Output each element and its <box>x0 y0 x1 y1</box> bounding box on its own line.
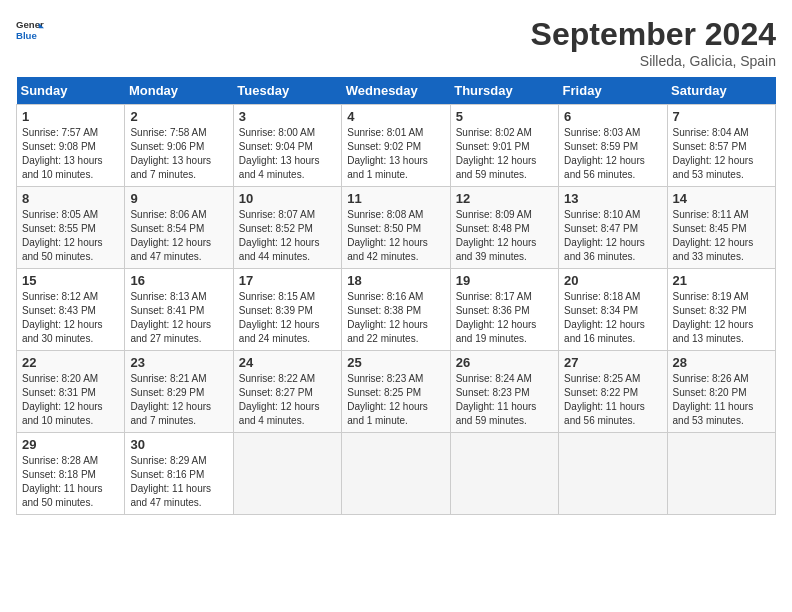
day-cell: 4Sunrise: 8:01 AMSunset: 9:02 PMDaylight… <box>342 105 450 187</box>
day-info-line: Daylight: 11 hours <box>22 482 119 496</box>
day-cell: 18Sunrise: 8:16 AMSunset: 8:38 PMDayligh… <box>342 269 450 351</box>
day-info-line: and 33 minutes. <box>673 250 770 264</box>
day-info: Sunrise: 8:16 AMSunset: 8:38 PMDaylight:… <box>347 290 444 346</box>
day-info-line: Daylight: 12 hours <box>22 236 119 250</box>
day-info: Sunrise: 8:05 AMSunset: 8:55 PMDaylight:… <box>22 208 119 264</box>
day-cell <box>342 433 450 515</box>
day-number: 21 <box>673 273 770 288</box>
day-info-line: Daylight: 12 hours <box>347 400 444 414</box>
day-info-line: Daylight: 12 hours <box>456 154 553 168</box>
day-info-line: Sunrise: 8:22 AM <box>239 372 336 386</box>
day-number: 19 <box>456 273 553 288</box>
day-info-line: Sunset: 8:52 PM <box>239 222 336 236</box>
day-cell: 26Sunrise: 8:24 AMSunset: 8:23 PMDayligh… <box>450 351 558 433</box>
day-cell <box>450 433 558 515</box>
day-info-line: Sunset: 8:18 PM <box>22 468 119 482</box>
day-number: 2 <box>130 109 227 124</box>
day-cell: 12Sunrise: 8:09 AMSunset: 8:48 PMDayligh… <box>450 187 558 269</box>
day-info-line: Daylight: 12 hours <box>239 318 336 332</box>
day-info-line: Daylight: 13 hours <box>347 154 444 168</box>
logo: General Blue <box>16 16 44 44</box>
week-row-1: 1Sunrise: 7:57 AMSunset: 9:08 PMDaylight… <box>17 105 776 187</box>
day-info-line: Sunrise: 8:16 AM <box>347 290 444 304</box>
day-cell <box>667 433 775 515</box>
day-info-line: Sunset: 8:20 PM <box>673 386 770 400</box>
day-cell: 25Sunrise: 8:23 AMSunset: 8:25 PMDayligh… <box>342 351 450 433</box>
day-info-line: and 47 minutes. <box>130 250 227 264</box>
week-row-3: 15Sunrise: 8:12 AMSunset: 8:43 PMDayligh… <box>17 269 776 351</box>
day-info-line: Daylight: 12 hours <box>456 236 553 250</box>
day-number: 14 <box>673 191 770 206</box>
day-info: Sunrise: 8:08 AMSunset: 8:50 PMDaylight:… <box>347 208 444 264</box>
day-cell: 28Sunrise: 8:26 AMSunset: 8:20 PMDayligh… <box>667 351 775 433</box>
col-header-sunday: Sunday <box>17 77 125 105</box>
day-cell: 10Sunrise: 8:07 AMSunset: 8:52 PMDayligh… <box>233 187 341 269</box>
day-info-line: Sunset: 8:45 PM <box>673 222 770 236</box>
day-info-line: Sunset: 9:04 PM <box>239 140 336 154</box>
day-info-line: and 13 minutes. <box>673 332 770 346</box>
day-info-line: Sunrise: 8:15 AM <box>239 290 336 304</box>
day-info: Sunrise: 8:07 AMSunset: 8:52 PMDaylight:… <box>239 208 336 264</box>
day-info-line: and 50 minutes. <box>22 496 119 510</box>
day-info-line: Sunrise: 8:01 AM <box>347 126 444 140</box>
day-info-line: and 1 minute. <box>347 414 444 428</box>
day-info-line: Daylight: 12 hours <box>564 236 661 250</box>
day-cell: 14Sunrise: 8:11 AMSunset: 8:45 PMDayligh… <box>667 187 775 269</box>
day-info: Sunrise: 8:10 AMSunset: 8:47 PMDaylight:… <box>564 208 661 264</box>
day-cell <box>233 433 341 515</box>
day-info-line: Sunset: 8:31 PM <box>22 386 119 400</box>
day-info-line: Sunset: 8:32 PM <box>673 304 770 318</box>
day-info-line: Sunset: 8:38 PM <box>347 304 444 318</box>
day-info: Sunrise: 8:24 AMSunset: 8:23 PMDaylight:… <box>456 372 553 428</box>
day-info-line: and 50 minutes. <box>22 250 119 264</box>
day-info: Sunrise: 8:00 AMSunset: 9:04 PMDaylight:… <box>239 126 336 182</box>
day-info-line: Sunrise: 8:02 AM <box>456 126 553 140</box>
day-info: Sunrise: 8:17 AMSunset: 8:36 PMDaylight:… <box>456 290 553 346</box>
day-number: 1 <box>22 109 119 124</box>
day-info-line: Sunrise: 8:00 AM <box>239 126 336 140</box>
day-info-line: Daylight: 13 hours <box>130 154 227 168</box>
day-number: 18 <box>347 273 444 288</box>
day-info-line: Daylight: 12 hours <box>22 400 119 414</box>
day-info: Sunrise: 8:21 AMSunset: 8:29 PMDaylight:… <box>130 372 227 428</box>
day-number: 29 <box>22 437 119 452</box>
day-info-line: Sunrise: 8:13 AM <box>130 290 227 304</box>
day-info-line: and 7 minutes. <box>130 414 227 428</box>
day-info-line: Sunset: 8:48 PM <box>456 222 553 236</box>
day-info-line: and 53 minutes. <box>673 168 770 182</box>
day-cell: 9Sunrise: 8:06 AMSunset: 8:54 PMDaylight… <box>125 187 233 269</box>
day-info-line: and 4 minutes. <box>239 168 336 182</box>
day-number: 23 <box>130 355 227 370</box>
day-info-line: Daylight: 11 hours <box>130 482 227 496</box>
day-info-line: Sunrise: 8:20 AM <box>22 372 119 386</box>
day-info-line: Sunrise: 8:21 AM <box>130 372 227 386</box>
day-info-line: Sunrise: 8:11 AM <box>673 208 770 222</box>
day-info-line: and 47 minutes. <box>130 496 227 510</box>
day-info-line: Sunrise: 8:12 AM <box>22 290 119 304</box>
day-info-line: Sunrise: 8:05 AM <box>22 208 119 222</box>
day-info: Sunrise: 8:04 AMSunset: 8:57 PMDaylight:… <box>673 126 770 182</box>
day-info: Sunrise: 8:28 AMSunset: 8:18 PMDaylight:… <box>22 454 119 510</box>
day-info-line: Sunset: 8:16 PM <box>130 468 227 482</box>
day-cell: 17Sunrise: 8:15 AMSunset: 8:39 PMDayligh… <box>233 269 341 351</box>
day-info-line: Sunset: 8:25 PM <box>347 386 444 400</box>
day-number: 27 <box>564 355 661 370</box>
day-info-line: Sunset: 8:55 PM <box>22 222 119 236</box>
day-info-line: Sunset: 8:41 PM <box>130 304 227 318</box>
day-cell: 1Sunrise: 7:57 AMSunset: 9:08 PMDaylight… <box>17 105 125 187</box>
day-cell: 2Sunrise: 7:58 AMSunset: 9:06 PMDaylight… <box>125 105 233 187</box>
calendar-table: SundayMondayTuesdayWednesdayThursdayFrid… <box>16 77 776 515</box>
day-cell: 27Sunrise: 8:25 AMSunset: 8:22 PMDayligh… <box>559 351 667 433</box>
day-info: Sunrise: 8:09 AMSunset: 8:48 PMDaylight:… <box>456 208 553 264</box>
day-info-line: and 24 minutes. <box>239 332 336 346</box>
day-info-line: and 7 minutes. <box>130 168 227 182</box>
col-header-friday: Friday <box>559 77 667 105</box>
day-number: 17 <box>239 273 336 288</box>
day-info-line: Sunrise: 8:19 AM <box>673 290 770 304</box>
day-cell: 13Sunrise: 8:10 AMSunset: 8:47 PMDayligh… <box>559 187 667 269</box>
day-info: Sunrise: 8:23 AMSunset: 8:25 PMDaylight:… <box>347 372 444 428</box>
day-info-line: Sunset: 8:23 PM <box>456 386 553 400</box>
day-info: Sunrise: 8:06 AMSunset: 8:54 PMDaylight:… <box>130 208 227 264</box>
day-info-line: Daylight: 12 hours <box>564 318 661 332</box>
day-info-line: Daylight: 12 hours <box>673 318 770 332</box>
